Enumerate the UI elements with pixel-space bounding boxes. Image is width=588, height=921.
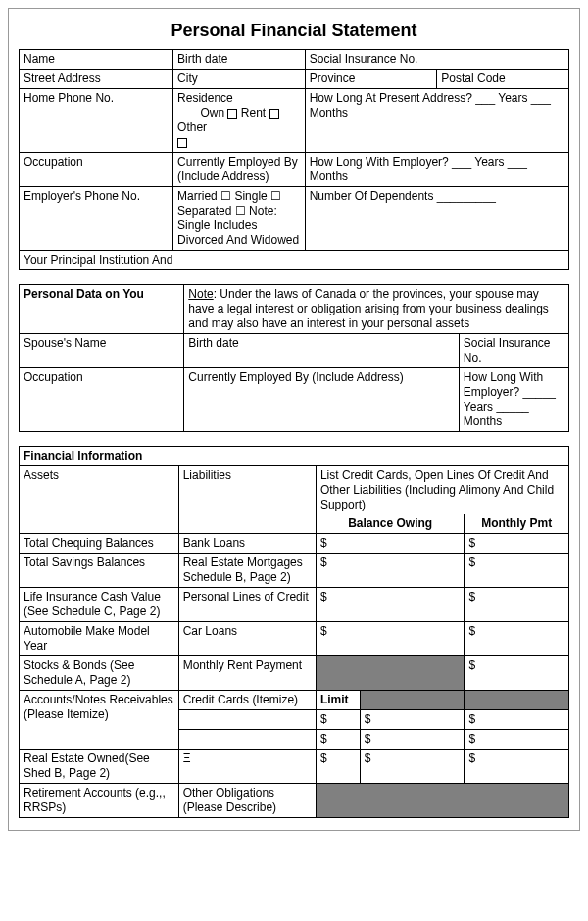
header-personal-data: Personal Data on You bbox=[20, 285, 184, 334]
bal-4[interactable]: $ bbox=[316, 622, 464, 656]
label-other: Other bbox=[177, 121, 207, 134]
bal-7[interactable]: $ bbox=[360, 750, 465, 784]
personal-info-table: Name Birth date Social Insurance No. Str… bbox=[19, 49, 569, 270]
label-spouse-birth: Birth date bbox=[184, 334, 460, 368]
bal-3[interactable]: $ bbox=[316, 588, 464, 622]
checkbox-rent[interactable] bbox=[270, 109, 279, 119]
asset-savings: Total Savings Balances bbox=[20, 554, 179, 588]
label-spouse-howlong: How Long With Employer? _____ Years ____… bbox=[459, 368, 568, 432]
liab-creditcards: Credit Cards (Itemize) bbox=[178, 691, 316, 710]
label-name: Name bbox=[20, 50, 173, 70]
label-employer-phone: Employer's Phone No. bbox=[20, 187, 173, 251]
asset-chequing: Total Chequing Balances bbox=[20, 534, 179, 554]
asset-lifeins: Life Insurance Cash Value (See Schedule … bbox=[20, 588, 179, 622]
label-employed-by: Currently Employed By (Include Address) bbox=[173, 153, 306, 187]
bal-5-shade bbox=[316, 656, 464, 691]
label-own: Own bbox=[200, 106, 224, 120]
liab-xi: Ξ bbox=[178, 750, 316, 784]
pmt-cc2[interactable]: $ bbox=[465, 730, 569, 750]
label-city: City bbox=[173, 70, 306, 89]
limit-shade-1 bbox=[360, 691, 465, 710]
asset-auto: Automobile Make Model Year bbox=[20, 622, 179, 656]
label-postal: Postal Code bbox=[437, 70, 569, 89]
header-financial: Financial Information bbox=[20, 447, 569, 466]
checkbox-own[interactable] bbox=[227, 109, 237, 119]
liab-cc-row1[interactable] bbox=[178, 710, 316, 730]
pmt-1[interactable]: $ bbox=[465, 534, 569, 554]
limit-1[interactable]: $ bbox=[316, 710, 360, 730]
residence-cell: Residence Own Rent Other bbox=[173, 89, 306, 153]
label-home-phone: Home Phone No. bbox=[20, 89, 173, 153]
label-spouse-sin: Social Insurance No. bbox=[459, 334, 568, 368]
bal-1[interactable]: $ bbox=[316, 534, 464, 554]
label-province: Province bbox=[305, 70, 437, 89]
marital-cell: Married ☐ Single ☐ Separated ☐ Note: Sin… bbox=[173, 187, 306, 251]
label-rent: Rent bbox=[241, 106, 266, 120]
bal-cc1[interactable]: $ bbox=[360, 710, 465, 730]
label-spouse-employed: Currently Employed By (Include Address) bbox=[184, 368, 460, 432]
label-institution: Your Principal Institution And bbox=[20, 251, 569, 270]
liab-mortgages: Real Estate Mortgages Schedule B, Page 2… bbox=[178, 554, 316, 588]
pmt-4[interactable]: $ bbox=[465, 622, 569, 656]
label-birth: Birth date bbox=[173, 50, 306, 70]
asset-receivables: Accounts/Notes Receivables (Please Itemi… bbox=[20, 691, 179, 750]
label-howlong-emp: How Long With Employer? ___ Years ___ Mo… bbox=[305, 153, 568, 187]
asset-stocks: Stocks & Bonds (See Schedule A, Page 2) bbox=[20, 656, 179, 691]
bal-2[interactable]: $ bbox=[316, 554, 464, 588]
pmt-cc1[interactable]: $ bbox=[465, 710, 569, 730]
label-spouse-name: Spouse's Name bbox=[20, 334, 184, 368]
pmt-5[interactable]: $ bbox=[465, 656, 569, 691]
label-howlong-addr: How Long At Present Address? ___ Years _… bbox=[305, 89, 568, 153]
label-residence: Residence bbox=[177, 91, 233, 105]
label-assets: Assets bbox=[20, 466, 179, 534]
pmt-7[interactable]: $ bbox=[465, 750, 569, 784]
asset-realestate: Real Estate Owned(See Shed B, Page 2) bbox=[20, 750, 179, 784]
label-spouse-occupation: Occupation bbox=[20, 368, 184, 432]
liab-other: Other Obligations (Please Describe) bbox=[178, 784, 316, 818]
limit-3[interactable]: $ bbox=[316, 750, 360, 784]
liab-rent: Monthly Rent Payment bbox=[178, 656, 316, 691]
label-street: Street Address bbox=[20, 70, 173, 89]
label-liabilities: Liabilities bbox=[178, 466, 316, 534]
pmt-3[interactable]: $ bbox=[465, 588, 569, 622]
label-sin: Social Insurance No. bbox=[305, 50, 568, 70]
note-spouse: NoteNote: Under the laws of Canada or th… bbox=[184, 285, 569, 334]
liab-bankloans: Bank Loans bbox=[178, 534, 316, 554]
spouse-info-table: Personal Data on You NoteNote: Under the… bbox=[19, 284, 569, 432]
col-limit: Limit bbox=[316, 691, 360, 710]
pmt-2[interactable]: $ bbox=[465, 554, 569, 588]
asset-retirement: Retirement Accounts (e.g.,, RRSPs) bbox=[20, 784, 179, 818]
limit-2[interactable]: $ bbox=[316, 730, 360, 750]
page-title: Personal Financial Statement bbox=[19, 21, 569, 41]
shade-last bbox=[316, 784, 568, 818]
financial-table: Financial Information Assets Liabilities… bbox=[19, 446, 569, 818]
label-occupation: Occupation bbox=[20, 153, 173, 187]
liab-cc-row2[interactable] bbox=[178, 730, 316, 750]
limit-shade-2 bbox=[465, 691, 569, 710]
liab-personal-lines: Personal Lines of Credit bbox=[178, 588, 316, 622]
label-liab-note: List Credit Cards, Open Lines Of Credit … bbox=[316, 466, 568, 515]
checkbox-residence-extra[interactable] bbox=[177, 138, 187, 148]
label-dependents: Number Of Dependents _________ bbox=[305, 187, 568, 251]
liab-carloans: Car Loans bbox=[178, 622, 316, 656]
col-balance-owing: Balance Owing bbox=[316, 514, 464, 534]
note-underline: Note bbox=[188, 287, 213, 301]
bal-cc2[interactable]: $ bbox=[360, 730, 465, 750]
col-monthly-pmt: Monthly Pmt bbox=[465, 514, 569, 534]
